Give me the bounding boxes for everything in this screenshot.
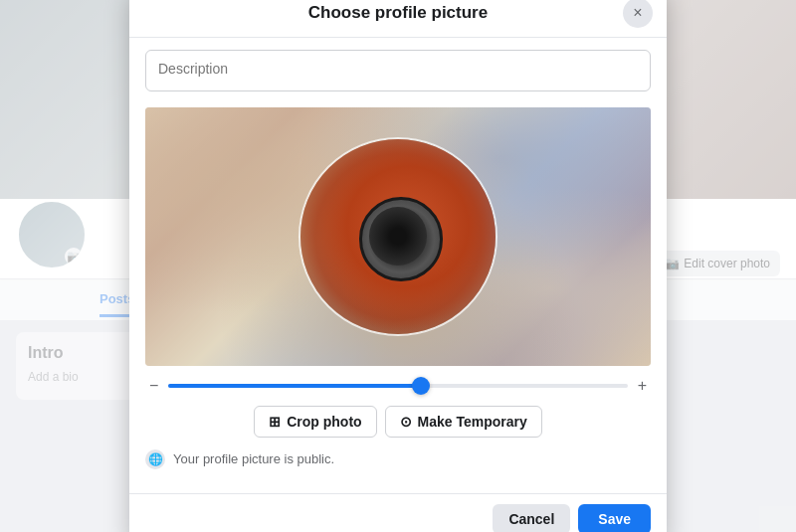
photo-crop-area [145, 107, 651, 366]
action-buttons-row: ⊞ Crop photo ⊙ Make Temporary [145, 406, 651, 438]
crop-photo-button[interactable]: ⊞ Crop photo [254, 406, 376, 438]
public-notice-text: Your profile picture is public. [173, 451, 334, 466]
save-button[interactable]: Save [578, 504, 651, 533]
temporary-icon: ⊙ [400, 414, 412, 430]
modal-close-button[interactable]: × [623, 0, 653, 28]
make-temporary-button[interactable]: ⊙ Make Temporary [385, 406, 542, 438]
modal-title: Choose profile picture [308, 3, 488, 23]
crop-icon: ⊞ [269, 414, 281, 430]
choose-profile-picture-modal: Choose profile picture × − + [129, 0, 667, 532]
globe-icon: 🌐 [145, 449, 165, 469]
modal-footer: Cancel Save [129, 493, 667, 533]
zoom-slider-row: − + [145, 378, 651, 394]
modal-body: − + ⊞ Crop photo ⊙ Make Temporary 🌐 Your… [129, 38, 667, 493]
zoom-slider-track [168, 384, 627, 388]
description-input[interactable] [145, 50, 651, 91]
zoom-in-icon: + [638, 378, 647, 394]
zoom-out-icon: − [149, 378, 158, 394]
circle-crop-mask [298, 137, 498, 336]
profile-image-preview [300, 139, 496, 334]
cancel-button[interactable]: Cancel [493, 504, 570, 533]
public-notice: 🌐 Your profile picture is public. [145, 449, 651, 469]
modal-header: Choose profile picture × [129, 0, 667, 38]
